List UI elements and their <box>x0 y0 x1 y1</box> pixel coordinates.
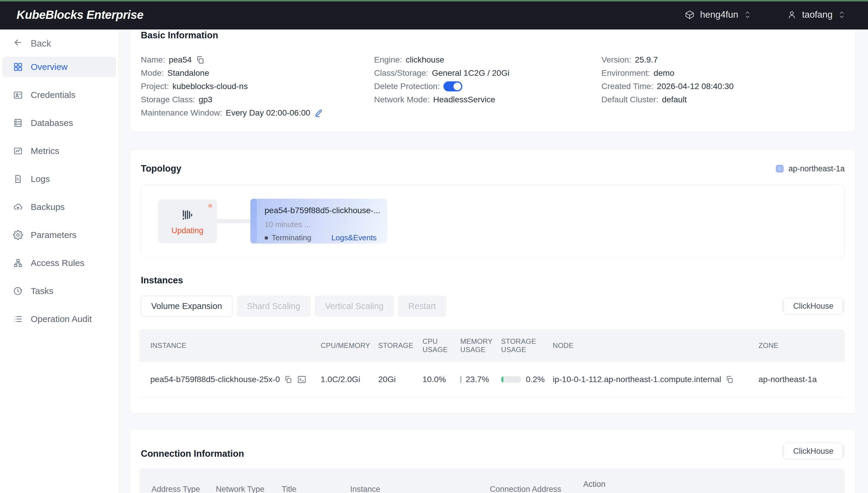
field-network-mode: Network Mode: HeadlessService <box>374 95 601 104</box>
col-address-type: Address Type <box>139 485 216 493</box>
pod-status-dot <box>264 236 268 240</box>
back-label: Back <box>31 38 51 49</box>
sidebar-item-parameters[interactable]: Parameters <box>2 225 116 245</box>
pod-name: pea54-b759f88d5-clickhouse-... <box>264 206 387 215</box>
sidebar-item-label: Overview <box>31 62 67 72</box>
sidebar-item-label: Operation Audit <box>31 314 92 324</box>
edit-icon[interactable] <box>315 108 323 117</box>
cpu-memory-cell: 1.0C/2.0Gi <box>321 375 378 384</box>
org-switcher[interactable]: heng4fun <box>685 9 751 20</box>
pod-age: 10 minutes ... <box>264 220 387 229</box>
storage-usage-cell: 0.2% <box>501 375 553 384</box>
col-instance: Instance <box>350 485 490 493</box>
field-storage-class: Storage Class: gp3 <box>141 95 374 104</box>
connection-table-header: Address Type Network Type Title Instance… <box>139 469 845 493</box>
memory-usage-cell: 23.7% <box>460 375 501 384</box>
cpu-usage-cell: 10.0% <box>423 375 460 384</box>
sidebar-item-credentials[interactable]: Credentials <box>2 85 116 105</box>
sidebar-item-logs[interactable]: Logs <box>2 169 116 189</box>
sidebar-item-label: Backups <box>31 202 65 212</box>
list-icon <box>13 314 23 324</box>
col-title: Title <box>282 485 350 493</box>
sidebar-item-label: Metrics <box>31 146 59 156</box>
field-version: Version: 25.9.7 <box>601 56 845 64</box>
copy-icon[interactable] <box>196 56 205 64</box>
field-project: Project: kubeblocks-cloud-ns <box>141 82 374 91</box>
copy-icon[interactable] <box>725 376 734 384</box>
field-class-storage: Class/Storage: General 1C2G / 20Gi <box>374 69 601 78</box>
clock-icon <box>13 286 23 296</box>
sidebar-item-access-rules[interactable]: Access Rules <box>2 253 116 273</box>
sidebar-item-tasks[interactable]: Tasks <box>2 281 116 301</box>
sidebar: Back Overview Credentials Databases Metr… <box>0 29 119 493</box>
engine-tab-group: ClickHouse <box>782 300 845 313</box>
connection-table: Address Type Network Type Title Instance… <box>139 469 845 493</box>
sidebar-item-backups[interactable]: Backups <box>2 197 116 217</box>
col-zone: ZONE <box>759 341 845 350</box>
instance-cell: pea54-b759f88d5-clickhouse-25x-0 <box>139 375 321 384</box>
back-arrow-icon <box>13 38 23 50</box>
sidebar-item-operation-audit[interactable]: Operation Audit <box>2 309 116 329</box>
user-menu[interactable]: taofang <box>787 9 846 20</box>
topology-title: Topology <box>141 163 181 174</box>
engine-tab-group: ClickHouse <box>782 445 845 458</box>
sidebar-item-databases[interactable]: Databases <box>2 113 116 133</box>
connection-information-title: Connection Information <box>141 449 244 459</box>
col-memory-usage: MEMORY USAGE <box>460 337 501 354</box>
field-created-time: Created Time: 2026-04-12 08:40:30 <box>601 82 845 91</box>
logs-events-link[interactable]: Logs&Events <box>331 233 377 242</box>
engine-node[interactable]: Updating <box>158 200 217 243</box>
tab-clickhouse[interactable]: ClickHouse <box>784 298 843 314</box>
user-name: taofang <box>802 9 832 20</box>
org-cube-icon <box>685 10 695 20</box>
col-instance: INSTANCE <box>139 341 321 350</box>
user-icon <box>787 10 797 20</box>
database-icon <box>13 118 23 128</box>
node-cell: ip-10-0-1-112.ap-northeast-1.compute.int… <box>553 375 759 384</box>
col-cpu-memory: CPU/MEMORY <box>321 341 378 350</box>
sidebar-item-label: Logs <box>31 174 50 184</box>
zone-swatch <box>776 165 784 172</box>
node-name: ip-10-0-1-112.ap-northeast-1.compute.int… <box>553 375 721 384</box>
instances-table-header: INSTANCE CPU/MEMORY STORAGE CPU USAGE ME… <box>139 329 845 362</box>
tab-clickhouse[interactable]: ClickHouse <box>784 443 843 459</box>
field-maintenance-window: Maintenance Window: Every Day 02:00-06:0… <box>141 108 374 117</box>
back-button[interactable]: Back <box>0 35 118 52</box>
topology-canvas: Updating pea54-b759f88d5-clickhouse-... … <box>141 185 845 257</box>
instance-name: pea54-b759f88d5-clickhouse-25x-0 <box>150 375 280 384</box>
sidebar-item-label: Databases <box>31 118 73 128</box>
brand-logo: KubeBlocks Enterprise <box>17 8 143 22</box>
document-icon <box>13 174 23 184</box>
restart-button[interactable]: Restart <box>398 296 446 316</box>
grid-icon <box>13 62 23 72</box>
vertical-scaling-button[interactable]: Vertical Scaling <box>315 296 394 316</box>
field-default-cluster: Default Cluster: default <box>601 95 845 104</box>
topbar-right: heng4fun taofang <box>685 9 868 20</box>
sidebar-item-label: Tasks <box>31 286 54 296</box>
shard-scaling-button[interactable]: Shard Scaling <box>237 296 310 316</box>
copy-icon[interactable] <box>284 376 292 384</box>
sidebar-item-overview[interactable]: Overview <box>2 57 116 77</box>
sidebar-item-metrics[interactable]: Metrics <box>2 141 116 161</box>
volume-expansion-button[interactable]: Volume Expansion <box>141 296 233 316</box>
col-action: Action <box>561 480 620 489</box>
org-chevrons-icon <box>744 10 751 20</box>
col-node: NODE <box>553 341 759 350</box>
sitemap-icon <box>13 258 23 268</box>
col-cpu-usage: CPU USAGE <box>423 337 460 354</box>
user-chevrons-icon <box>838 10 846 20</box>
terminal-icon[interactable] <box>297 375 306 384</box>
storage-cell: 20Gi <box>378 375 423 384</box>
delete-protection-toggle[interactable] <box>443 81 462 91</box>
zone-legend-label: ap-northeast-1a <box>788 164 845 173</box>
instances-title: Instances <box>141 275 845 286</box>
basic-information-card: Basic Information Name: pea54 Mode: Stan… <box>130 29 855 132</box>
pod-card[interactable]: pea54-b759f88d5-clickhouse-... 10 minute… <box>250 199 387 243</box>
field-engine: Engine: clickhouse <box>374 56 601 64</box>
topbar: KubeBlocks Enterprise heng4fun taofang <box>0 0 868 29</box>
pod-status-label: Terminating <box>271 233 311 242</box>
chart-icon <box>13 146 23 156</box>
clickhouse-logo-icon <box>180 208 195 222</box>
topology-connector <box>217 219 251 223</box>
col-storage: STORAGE <box>378 341 423 350</box>
